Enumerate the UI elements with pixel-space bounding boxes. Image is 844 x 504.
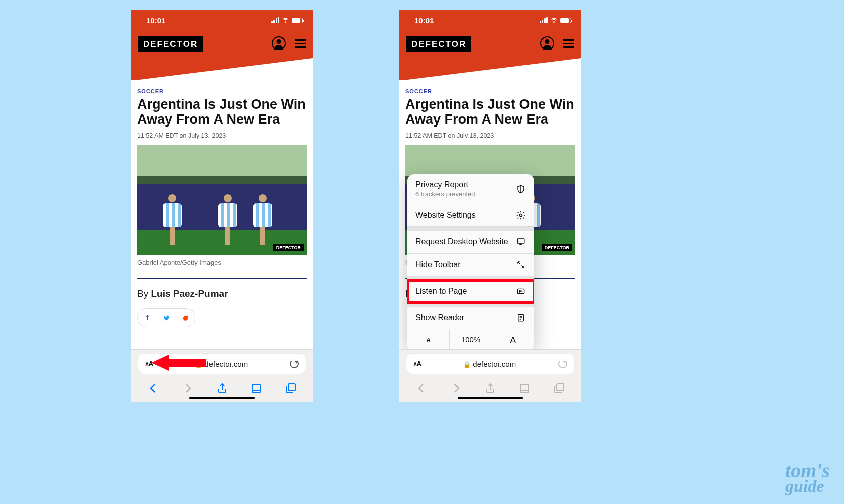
svg-rect-9 — [517, 239, 524, 243]
site-logo[interactable]: DEFECTOR — [138, 36, 203, 52]
zoom-level[interactable]: 100% — [450, 329, 492, 352]
share-twitter-icon[interactable] — [157, 309, 176, 327]
cellular-icon — [540, 17, 548, 23]
zoom-row: A 100% A — [407, 329, 534, 352]
site-header: DEFECTOR — [131, 30, 313, 80]
share-reddit-icon[interactable] — [176, 309, 195, 327]
menu-request-desktop[interactable]: Request Desktop Website — [407, 231, 534, 254]
site-header: DEFECTOR — [399, 30, 581, 80]
watermark: tom's guide — [785, 462, 830, 494]
svg-point-6 — [554, 22, 555, 23]
battery-icon — [560, 18, 571, 23]
privacy-subtext: 6 trackers prevented — [415, 190, 475, 198]
article-timestamp: 11:52 AM EDT on July 13, 2023 — [405, 132, 575, 139]
menu-listen-to-page[interactable]: Listen to Page — [407, 280, 534, 303]
wifi-icon — [550, 17, 558, 24]
share-button[interactable] — [216, 382, 228, 394]
svg-marker-1 — [131, 58, 313, 81]
wifi-icon — [281, 17, 290, 24]
menu-privacy-report[interactable]: Privacy Report 6 trackers prevented — [407, 174, 534, 204]
menu-hide-toolbar[interactable]: Hide Toolbar — [407, 254, 534, 276]
svg-point-8 — [520, 214, 522, 217]
lock-icon: 🔒 — [463, 361, 471, 368]
bookmarks-button[interactable] — [518, 382, 531, 394]
status-icons — [540, 17, 572, 24]
forward-button[interactable] — [450, 382, 462, 394]
gear-icon — [516, 210, 526, 220]
status-time: 10:01 — [414, 16, 434, 25]
svg-marker-7 — [399, 58, 581, 81]
article-headline: Argentina Is Just One Win Away From A Ne… — [405, 97, 575, 127]
safari-toolbar: AA 🔒 defector.com — [131, 349, 313, 402]
status-bar: 10:01 — [399, 10, 581, 30]
image-caption: Gabriel Aponte/Getty Images — [137, 259, 307, 266]
safari-toolbar: AA 🔒 defector.com — [399, 349, 581, 402]
hero-badge: DEFECTOR — [273, 244, 304, 251]
status-icons — [271, 17, 303, 24]
article: SOCCER Argentina Is Just One Win Away Fr… — [131, 80, 313, 332]
tabs-button[interactable] — [553, 382, 565, 394]
expand-icon — [516, 260, 526, 270]
share-facebook-icon[interactable]: f — [138, 309, 157, 327]
svg-point-0 — [285, 22, 286, 23]
menu-website-settings[interactable]: Website Settings — [407, 204, 534, 227]
phone-screenshot-left: 10:01 DEFECTOR SOCCER Argentina Is Just … — [131, 10, 313, 402]
hero-badge: DEFECTOR — [542, 244, 572, 251]
reload-icon[interactable] — [558, 359, 567, 368]
safari-url-bar[interactable]: AA 🔒 defector.com — [406, 354, 574, 374]
phone-screenshot-right: 10:01 DEFECTOR SOCCER Argentina Is Just … — [399, 10, 581, 402]
account-icon[interactable] — [272, 36, 286, 50]
share-button[interactable] — [484, 382, 496, 394]
url-text: 🔒 defector.com — [426, 360, 553, 368]
back-button[interactable] — [147, 382, 159, 394]
home-indicator[interactable] — [458, 397, 523, 399]
article-category[interactable]: SOCCER — [405, 88, 575, 94]
desktop-icon — [516, 237, 526, 247]
menu-show-reader[interactable]: Show Reader — [407, 307, 534, 329]
cellular-icon — [271, 17, 280, 23]
article-category[interactable]: SOCCER — [137, 88, 307, 94]
home-indicator[interactable] — [189, 397, 255, 399]
shield-icon — [516, 184, 526, 194]
reader-icon — [516, 313, 526, 323]
status-time: 10:01 — [146, 16, 165, 25]
site-logo[interactable]: DEFECTOR — [406, 36, 471, 52]
page-settings-menu: Privacy Report 6 trackers prevented Webs… — [407, 174, 534, 352]
byline-author[interactable]: Luis Paez-Pumar — [151, 288, 228, 299]
article-hero-image: DEFECTOR — [137, 145, 307, 255]
safari-url-bar[interactable]: AA 🔒 defector.com — [138, 354, 306, 374]
account-icon[interactable] — [540, 36, 554, 50]
svg-rect-12 — [557, 384, 564, 391]
menu-icon[interactable] — [295, 39, 306, 48]
page-settings-button[interactable]: AA — [413, 360, 421, 368]
url-text: 🔒 defector.com — [158, 360, 285, 368]
share-row: f — [137, 308, 195, 327]
status-bar: 10:01 — [131, 10, 313, 30]
battery-icon — [292, 18, 303, 23]
zoom-out-button[interactable]: A — [407, 329, 450, 352]
page-settings-button[interactable]: AA — [145, 360, 153, 368]
article-byline: By Luis Paez-Pumar — [137, 288, 307, 299]
tabs-button[interactable] — [285, 382, 297, 394]
forward-button[interactable] — [182, 382, 194, 394]
lock-icon: 🔒 — [195, 361, 202, 368]
speaker-icon — [516, 286, 526, 296]
reload-icon[interactable] — [290, 359, 299, 368]
article-timestamp: 11:52 AM EDT on July 13, 2023 — [137, 132, 307, 139]
article-headline: Argentina Is Just One Win Away From A Ne… — [137, 97, 307, 127]
bookmarks-button[interactable] — [250, 382, 262, 394]
zoom-in-button[interactable]: A — [492, 329, 534, 352]
menu-icon[interactable] — [563, 39, 574, 48]
svg-rect-4 — [288, 384, 295, 391]
back-button[interactable] — [415, 382, 428, 394]
